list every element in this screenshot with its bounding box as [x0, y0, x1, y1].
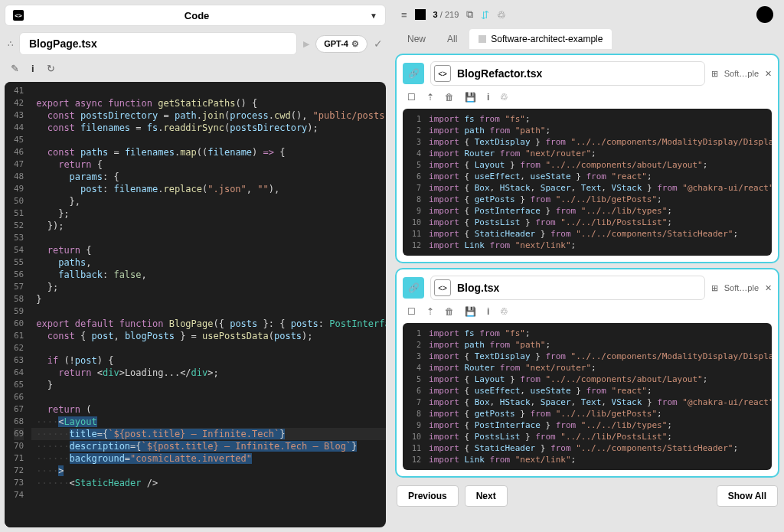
card-controls: ⊞ Soft…ple ✕: [711, 283, 772, 293]
previous-button[interactable]: Previous: [397, 485, 459, 507]
main-code-editor[interactable]: 4142434445464748495051525354555657585960…: [5, 82, 386, 527]
tab-active[interactable]: Software-architect-example: [469, 29, 612, 49]
bottom-buttons: Previous Next Show All: [395, 482, 779, 510]
menu-icon[interactable]: ≡: [401, 9, 407, 21]
left-panel: <> Code ▼ ∴ BlogPage.tsx ▶ GPT-4 ⚙ ✓ ✎ i…: [0, 0, 390, 532]
line-gutter: 123456789101112: [403, 328, 429, 465]
type-selector[interactable]: <> Code ▼: [5, 5, 386, 26]
close-icon[interactable]: ✕: [765, 283, 772, 293]
code-icon: <>: [434, 279, 451, 296]
grid-icon[interactable]: ⊞: [711, 69, 718, 79]
menu-dots-icon[interactable]: ∴: [8, 38, 13, 49]
gear-icon: ⚙: [351, 39, 359, 49]
grid-icon[interactable]: ⊞: [711, 283, 718, 293]
code-content[interactable]: import fs from "fs";import path from "pa…: [429, 328, 772, 465]
checkbox-icon[interactable]: ☐: [407, 92, 416, 103]
trash-icon[interactable]: 🗑: [445, 306, 454, 317]
type-selector-label: Code: [24, 10, 370, 21]
check-icon[interactable]: ✓: [374, 38, 383, 50]
model-selector[interactable]: GPT-4 ⚙: [315, 35, 368, 53]
link-icon[interactable]: 🔗: [403, 63, 424, 84]
info-icon[interactable]: i: [487, 306, 489, 317]
info-icon[interactable]: i: [487, 92, 489, 103]
page-counter: 3 / 219: [433, 10, 459, 19]
right-panel: ≡ 3 / 219 ⧉ ⇵ ♲ New All Software-archite…: [390, 0, 784, 532]
card-title-input[interactable]: <> BlogRefactor.tsx: [430, 61, 705, 86]
card-toolbar: ☐ ⇡ 🗑 💾 i ♲: [403, 305, 772, 318]
card-blog: 🔗 <> Blog.tsx ⊞ Soft…ple ✕ ☐ ⇡ 🗑 💾 i ♲: [395, 268, 779, 478]
show-all-button[interactable]: Show All: [717, 485, 778, 507]
link-icon[interactable]: 🔗: [403, 277, 424, 299]
close-icon[interactable]: ✕: [765, 69, 772, 79]
card-header: 🔗 <> BlogRefactor.tsx ⊞ Soft…ple ✕: [403, 61, 772, 86]
info-icon[interactable]: i: [31, 63, 34, 74]
refresh-icon[interactable]: ↻: [47, 63, 55, 74]
profile-circle[interactable]: [756, 6, 773, 23]
code-content[interactable]: import fs from "fs";import path from "pa…: [429, 113, 772, 251]
next-button[interactable]: Next: [465, 485, 508, 507]
line-gutter: 123456789101112: [403, 113, 429, 251]
expand-icon[interactable]: ⇵: [481, 9, 489, 21]
recycle-icon[interactable]: ♲: [500, 306, 508, 317]
save-icon[interactable]: 💾: [465, 92, 476, 103]
right-top-toolbar: ≡ 3 / 219 ⧉ ⇵ ♲: [395, 5, 779, 24]
tab-all[interactable]: All: [438, 29, 466, 49]
code-icon: <>: [434, 65, 451, 82]
file-title-input[interactable]: BlogPage.tsx: [19, 32, 297, 55]
card-title-input[interactable]: <> Blog.tsx: [430, 276, 705, 300]
recycle-icon[interactable]: ♲: [497, 9, 506, 21]
recycle-icon[interactable]: ♲: [500, 92, 508, 103]
card-badge: Soft…ple: [724, 69, 759, 78]
play-icon[interactable]: ▶: [303, 39, 309, 49]
chevron-down-icon: ▼: [370, 11, 377, 20]
upload-icon[interactable]: ⇡: [426, 92, 434, 103]
card-badge: Soft…ple: [724, 283, 759, 292]
upload-icon[interactable]: ⇡: [426, 306, 434, 317]
line-gutter: 4142434445464748495051525354555657585960…: [5, 82, 31, 527]
file-header: ∴ BlogPage.tsx ▶ GPT-4 ⚙ ✓: [5, 32, 386, 55]
left-toolbar: ✎ i ↻: [5, 61, 386, 76]
model-label: GPT-4: [324, 39, 348, 48]
checkbox-icon[interactable]: ☐: [407, 306, 416, 317]
code-type-icon: <>: [13, 10, 24, 21]
card-toolbar: ☐ ⇡ 🗑 💾 i ♲: [403, 90, 772, 104]
tab-bar: New All Software-architect-example: [395, 29, 779, 49]
card-blog-refactor: 🔗 <> BlogRefactor.tsx ⊞ Soft…ple ✕ ☐ ⇡ 🗑…: [395, 54, 779, 263]
trash-icon[interactable]: 🗑: [445, 92, 454, 103]
save-icon[interactable]: 💾: [465, 306, 476, 317]
app-root: <> Code ▼ ∴ BlogPage.tsx ▶ GPT-4 ⚙ ✓ ✎ i…: [0, 0, 784, 532]
edit-icon[interactable]: ✎: [11, 63, 19, 74]
card2-editor[interactable]: 123456789101112 import fs from "fs";impo…: [403, 323, 772, 470]
square-icon[interactable]: [415, 9, 426, 20]
card1-editor[interactable]: 123456789101112 import fs from "fs";impo…: [403, 109, 772, 256]
tab-new[interactable]: New: [398, 29, 435, 49]
copy-icon[interactable]: ⧉: [466, 8, 473, 21]
card-controls: ⊞ Soft…ple ✕: [711, 69, 772, 79]
card-header: 🔗 <> Blog.tsx ⊞ Soft…ple ✕: [403, 276, 772, 300]
code-content[interactable]: export async function getStaticPaths() {…: [31, 82, 386, 527]
tab-indicator-icon: [479, 35, 486, 43]
